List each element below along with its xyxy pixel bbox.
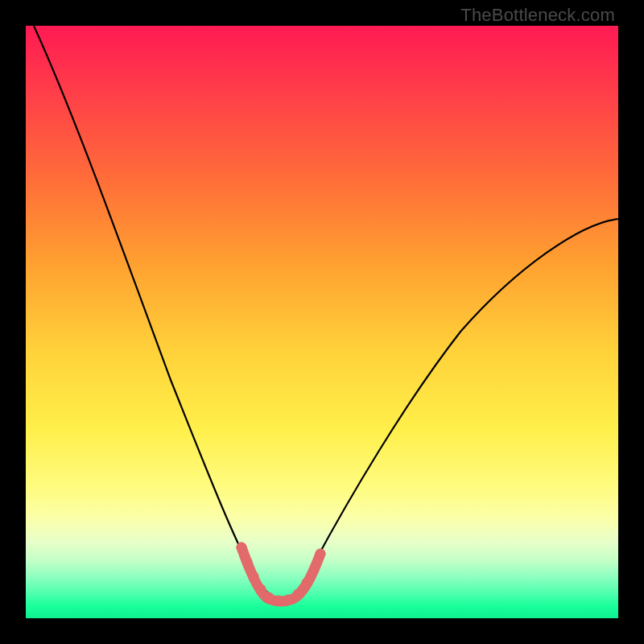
svg-point-8 [302, 578, 312, 588]
bottleneck-curve [34, 26, 618, 599]
svg-point-9 [309, 565, 320, 576]
svg-point-3 [256, 584, 266, 595]
svg-point-10 [316, 549, 326, 559]
svg-point-4 [264, 592, 275, 603]
plot-area [26, 26, 618, 618]
svg-point-0 [237, 543, 247, 553]
svg-point-7 [293, 589, 303, 600]
svg-point-1 [242, 557, 253, 568]
watermark-text: TheBottleneck.com [460, 5, 615, 26]
svg-point-6 [283, 595, 294, 605]
svg-point-2 [249, 572, 259, 582]
optimal-zone-markers [237, 543, 326, 606]
svg-point-5 [274, 596, 284, 606]
curves-layer [26, 26, 618, 618]
chart-frame: TheBottleneck.com [0, 0, 644, 644]
